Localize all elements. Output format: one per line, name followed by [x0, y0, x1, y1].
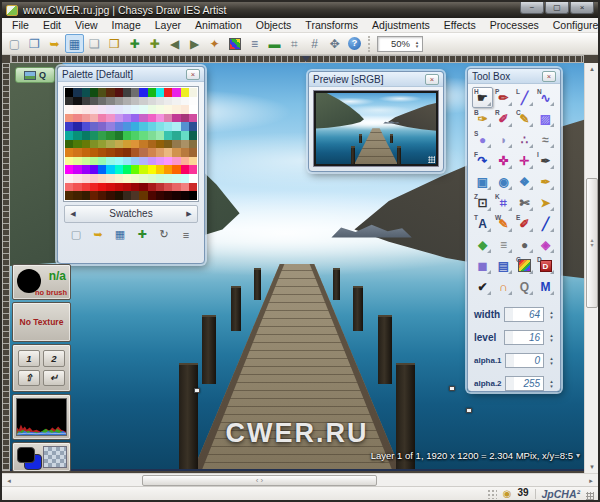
brush-tool[interactable]: B✑ [472, 108, 493, 129]
color-swatch[interactable] [139, 88, 147, 97]
vertical-scroll-thumb[interactable]: ▴▾ [586, 178, 598, 308]
image-stamp-tool[interactable]: ▣ [472, 171, 493, 192]
new-layer-icon[interactable]: ✚ [125, 34, 144, 53]
title-bar[interactable]: www.CWER.ru.jpg | Chasys Draw IES Artist… [2, 2, 598, 18]
preset-2-button[interactable]: 2 [43, 350, 65, 367]
level-spinner[interactable]: ▴▾ [547, 333, 556, 342]
palette-icon[interactable] [225, 34, 244, 53]
color-swatch[interactable] [82, 114, 90, 123]
color-swatch[interactable] [115, 174, 123, 183]
preview-panel-titlebar[interactable]: Preview [sRGB] × [309, 72, 443, 87]
fullscreen-icon[interactable]: ✥ [325, 34, 344, 53]
menu-objects[interactable]: Objects [249, 18, 299, 32]
color-swatch[interactable] [98, 165, 106, 174]
scalpel-tool[interactable]: ✄ [514, 192, 535, 213]
color-swatch[interactable] [156, 131, 164, 140]
color-swatch[interactable] [181, 114, 189, 123]
color-swatch[interactable] [115, 131, 123, 140]
color-swatch[interactable] [106, 140, 114, 149]
histogram-panel[interactable] [12, 394, 71, 440]
zoom-spinner[interactable]: ▴▾ [412, 40, 422, 48]
paste-icon[interactable]: ❒ [105, 34, 124, 53]
color-swatch[interactable] [139, 191, 147, 200]
color-swatch[interactable] [90, 88, 98, 97]
color-swatch[interactable] [139, 183, 147, 192]
image-search-tool[interactable]: ◉ [493, 171, 514, 192]
brush-preview-panel[interactable]: n/a no brush [12, 264, 71, 300]
color-swatch[interactable] [106, 148, 114, 157]
color-swatch[interactable] [131, 88, 139, 97]
color-swatch[interactable] [123, 122, 131, 131]
color-swatch[interactable] [156, 165, 164, 174]
color-swatch[interactable] [189, 174, 197, 183]
menu-view[interactable]: View [68, 18, 105, 32]
preview-resize-grip[interactable] [428, 156, 435, 163]
color-swatch[interactable] [131, 140, 139, 149]
color-swatch[interactable] [181, 97, 189, 106]
open-icon[interactable]: ➥ [45, 34, 64, 53]
horizontal-scrollbar[interactable]: ◂ ‹ › ▸ [2, 473, 598, 486]
color-swatch[interactable] [90, 157, 98, 166]
prev-page-icon[interactable]: ◀ [65, 210, 81, 218]
preset-1-button[interactable]: 1 [18, 350, 40, 367]
color-swatch[interactable] [73, 191, 81, 200]
color-swatch[interactable] [123, 165, 131, 174]
color-swatch[interactable] [65, 174, 73, 183]
close-icon[interactable]: × [542, 71, 556, 82]
selection-handle[interactable] [466, 408, 472, 413]
color-swatch[interactable] [106, 165, 114, 174]
color-swatch[interactable] [123, 174, 131, 183]
color-swatch[interactable] [131, 174, 139, 183]
color-swatch[interactable] [164, 114, 172, 123]
new-file-icon[interactable]: ▢ [5, 34, 24, 53]
color-swatch[interactable] [115, 114, 123, 123]
frame-icon[interactable]: ⌗ [285, 34, 304, 53]
menu-edit[interactable]: Edit [36, 18, 68, 32]
color-swatch[interactable] [172, 148, 180, 157]
color-swatch[interactable] [139, 148, 147, 157]
color-swatch[interactable] [82, 131, 90, 140]
color-swatch[interactable] [131, 191, 139, 200]
color-swatch[interactable] [82, 157, 90, 166]
color-swatch[interactable] [123, 97, 131, 106]
color-swatch[interactable] [156, 183, 164, 192]
width-input[interactable]: 64 [504, 307, 544, 322]
color-swatch[interactable] [172, 140, 180, 149]
color-swatch[interactable] [106, 122, 114, 131]
color-swatch[interactable] [148, 183, 156, 192]
palette-add-icon[interactable]: ✚ [134, 227, 150, 243]
menu-adjustments[interactable]: Adjustments [365, 18, 437, 32]
layer-status-dropdown-icon[interactable]: ▾ [576, 451, 580, 460]
color-swatch[interactable] [164, 165, 172, 174]
color-swatch[interactable] [123, 105, 131, 114]
copy-icon[interactable]: ❏ [85, 34, 104, 53]
color-swatch[interactable] [123, 183, 131, 192]
pencil-tool[interactable]: P✏ [493, 87, 514, 108]
redo-icon[interactable]: ▶ [185, 34, 204, 53]
color-swatch[interactable] [73, 157, 81, 166]
color-swatch[interactable] [65, 122, 73, 131]
color-swatch[interactable] [148, 157, 156, 166]
color-swatch[interactable] [172, 157, 180, 166]
color-swatch[interactable] [181, 131, 189, 140]
color-swatch[interactable] [189, 148, 197, 157]
enter-button[interactable]: ↵ [43, 370, 65, 387]
color-swatch[interactable] [98, 191, 106, 200]
color-swatch[interactable] [65, 165, 73, 174]
color-swatch[interactable] [73, 105, 81, 114]
close-icon[interactable]: × [186, 69, 200, 80]
color-swatch[interactable] [115, 148, 123, 157]
color-swatch[interactable] [82, 183, 90, 192]
color-swatch[interactable] [98, 105, 106, 114]
color-swatch[interactable] [123, 131, 131, 140]
close-button[interactable]: × [570, 2, 594, 14]
color-swatch[interactable] [164, 88, 172, 97]
color-swatch[interactable] [90, 131, 98, 140]
color-swatch[interactable] [139, 165, 147, 174]
color-swatch[interactable] [65, 183, 73, 192]
vertical-scrollbar[interactable]: ▴ ▴▾ ▾ [584, 63, 598, 473]
color-swatch[interactable] [82, 97, 90, 106]
palette-new-icon[interactable]: ▢ [68, 227, 84, 243]
color-swatch[interactable] [181, 148, 189, 157]
node-edit-tool[interactable]: ✜ [493, 150, 514, 171]
